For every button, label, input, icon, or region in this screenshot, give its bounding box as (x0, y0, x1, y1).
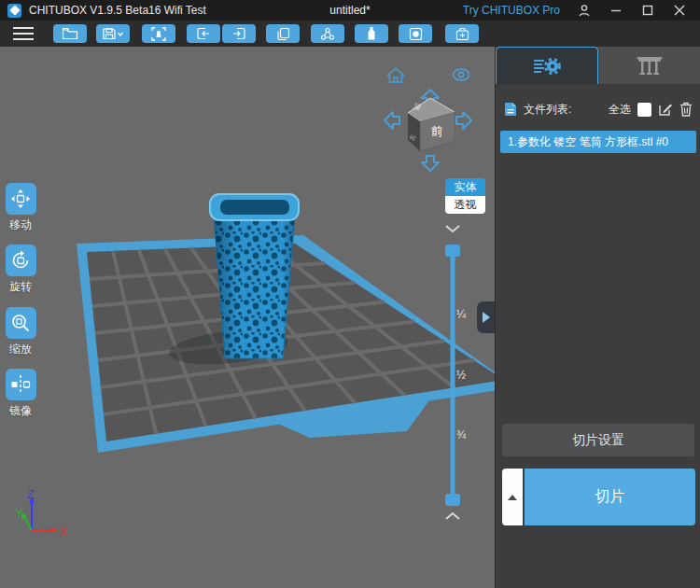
render-mode-solid-button[interactable]: 实体 (445, 178, 485, 196)
axis-indicator: Z Y X (7, 487, 73, 545)
copy-icon (276, 27, 290, 41)
model-opening (220, 200, 289, 215)
3d-viewport[interactable]: 移动 旋转 缩放 镜像 前 (0, 47, 495, 588)
chevron-down-icon (119, 33, 123, 35)
screenshot-frame-icon (151, 27, 166, 41)
maximize-button[interactable] (640, 3, 655, 18)
account-icon[interactable] (577, 3, 592, 18)
visibility-eye-icon[interactable] (454, 69, 469, 80)
tab-settings[interactable] (496, 47, 598, 84)
panel-expand-button[interactable] (477, 301, 495, 333)
cross-section-slider (435, 222, 472, 530)
tool-move[interactable]: 移动 (0, 183, 41, 233)
axis-y-label: Y (15, 506, 23, 520)
render-mode-perspective-button[interactable]: 透视 (445, 196, 485, 214)
slice-row: 切片 (502, 469, 695, 525)
resin-bottle-icon (367, 26, 376, 41)
slider-step-up-icon[interactable] (446, 513, 459, 519)
import-icon (196, 27, 211, 40)
settings-list-gear-icon (533, 57, 561, 76)
open-file-icon (62, 27, 78, 40)
menu-button[interactable] (13, 27, 34, 40)
dig-hole-icon (409, 27, 423, 41)
tool-scale-label: 缩放 (0, 342, 41, 357)
delete-trash-icon[interactable] (679, 102, 693, 117)
tool-move-label: 移动 (0, 217, 41, 233)
rename-edit-icon[interactable] (658, 102, 673, 117)
rotate-left-arrow[interactable] (385, 112, 399, 129)
slider-half-label: ½ (456, 369, 466, 382)
save-button[interactable] (96, 24, 130, 43)
file-list-item[interactable]: 1.参数化 镂空 笔筒 方形框.stl #0 (500, 131, 696, 153)
export-icon (231, 27, 246, 40)
app-title: CHITUBOX V1.9.5 Beta16 Wifi Test (29, 4, 206, 17)
move-icon (10, 189, 31, 209)
select-all-label: 全选 (609, 102, 631, 118)
model-pen-holder[interactable] (210, 194, 299, 358)
copy-button[interactable] (266, 24, 300, 43)
tool-rotate[interactable]: 旋转 (0, 245, 41, 295)
slider-bottom-handle[interactable] (445, 494, 460, 506)
open-file-button[interactable] (53, 24, 87, 43)
expand-right-icon (482, 312, 490, 323)
tool-scale[interactable]: 缩放 (0, 307, 41, 357)
slice-settings-button[interactable]: 切片设置 (502, 424, 694, 456)
slice-button[interactable]: 切片 (525, 469, 695, 525)
main-toolbar (0, 21, 700, 47)
toolbox-icon (455, 27, 469, 41)
try-pro-link[interactable]: Try CHITUBOX Pro (463, 4, 560, 17)
axis-x-label: X (60, 525, 68, 539)
screenshot-button[interactable] (142, 24, 175, 43)
dig-hole-button[interactable] (399, 24, 432, 43)
arrange-network-icon (320, 27, 335, 41)
slice-expand-button[interactable] (502, 469, 523, 525)
panel-tabs (496, 47, 700, 84)
tool-mirror[interactable]: 镜像 (0, 369, 41, 419)
resin-button[interactable] (355, 24, 388, 43)
file-list-icon (504, 102, 517, 117)
slider-quarter-label: ¼ (456, 308, 466, 321)
view-navigation: 前 顶 左 (378, 63, 481, 175)
tab-support[interactable] (598, 47, 700, 84)
export-button[interactable] (222, 24, 256, 43)
slider-top-handle[interactable] (445, 245, 460, 257)
axis-z-label: Z (27, 487, 35, 501)
support-icon (634, 54, 665, 77)
tool-mirror-label: 镜像 (0, 403, 41, 419)
view-cube[interactable]: 前 顶 左 (408, 98, 455, 151)
slider-step-down-icon[interactable] (446, 226, 459, 231)
close-button[interactable] (672, 3, 687, 18)
app-logo-icon (7, 4, 21, 18)
file-list-header: 文件列表: 全选 (496, 97, 700, 121)
mirror-icon (10, 374, 31, 395)
view-cube-front-label: 前 (431, 124, 443, 138)
right-panel: 文件列表: 全选 1.参数化 镂空 笔筒 方形框.stl #0 切片设置 切片 (495, 47, 700, 588)
triangle-up-icon (508, 495, 517, 500)
home-view-icon[interactable] (387, 68, 404, 82)
scale-icon (10, 313, 31, 333)
panel-content: 文件列表: 全选 1.参数化 镂空 笔筒 方形框.stl #0 切片设置 切片 (496, 84, 700, 588)
titlebar: CHITUBOX V1.9.5 Beta16 Wifi Test untitle… (0, 0, 700, 21)
import-button[interactable] (187, 24, 220, 43)
file-list-label: 文件列表: (524, 102, 571, 118)
slider-three-quarter-label: ¾ (456, 428, 466, 441)
tool-rotate-label: 旋转 (0, 279, 41, 295)
select-all-checkbox[interactable] (637, 103, 651, 117)
toolbox-button[interactable] (445, 24, 479, 43)
rotate-down-arrow[interactable] (422, 156, 439, 171)
rotate-icon (10, 250, 31, 271)
minimize-button[interactable] (609, 3, 623, 18)
save-icon (102, 27, 124, 40)
rotate-right-arrow[interactable] (456, 112, 471, 129)
auto-layout-button[interactable] (311, 24, 344, 43)
